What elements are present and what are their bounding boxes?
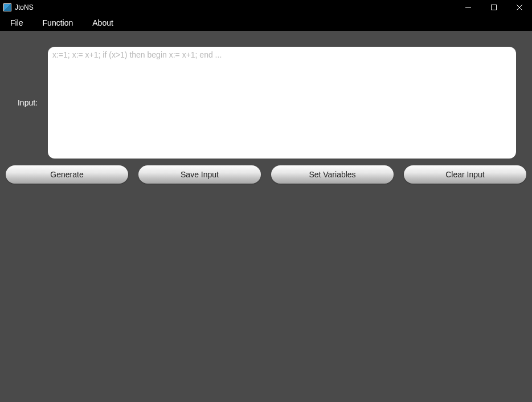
minimize-icon: [465, 5, 471, 10]
close-button[interactable]: [506, 0, 532, 15]
menubar: File Function About: [0, 15, 532, 31]
set-variables-button[interactable]: Set Variables: [271, 165, 394, 184]
save-input-button[interactable]: Save Input: [138, 165, 261, 184]
menu-function[interactable]: Function: [38, 16, 78, 30]
close-icon: [517, 5, 522, 10]
menu-about[interactable]: About: [88, 16, 118, 30]
app-title: JtoNS: [15, 3, 34, 11]
clear-input-button[interactable]: Clear Input: [404, 165, 526, 184]
menu-file[interactable]: File: [6, 16, 28, 30]
input-label: Input:: [6, 98, 38, 107]
app-icon: [3, 3, 11, 11]
input-row: Input:: [6, 47, 526, 159]
input-textarea[interactable]: [52, 50, 511, 155]
generate-button[interactable]: Generate: [6, 165, 128, 184]
titlebar-left: JtoNS: [3, 3, 34, 11]
titlebar: JtoNS: [0, 0, 532, 15]
minimize-button[interactable]: [455, 0, 481, 15]
window-controls: [455, 0, 532, 15]
content-area: Input: Generate Save Input Set Variables…: [0, 31, 532, 189]
input-area: [48, 47, 516, 159]
svg-rect-1: [491, 5, 496, 10]
button-row: Generate Save Input Set Variables Clear …: [6, 165, 526, 184]
maximize-icon: [491, 5, 497, 10]
maximize-button[interactable]: [481, 0, 506, 15]
